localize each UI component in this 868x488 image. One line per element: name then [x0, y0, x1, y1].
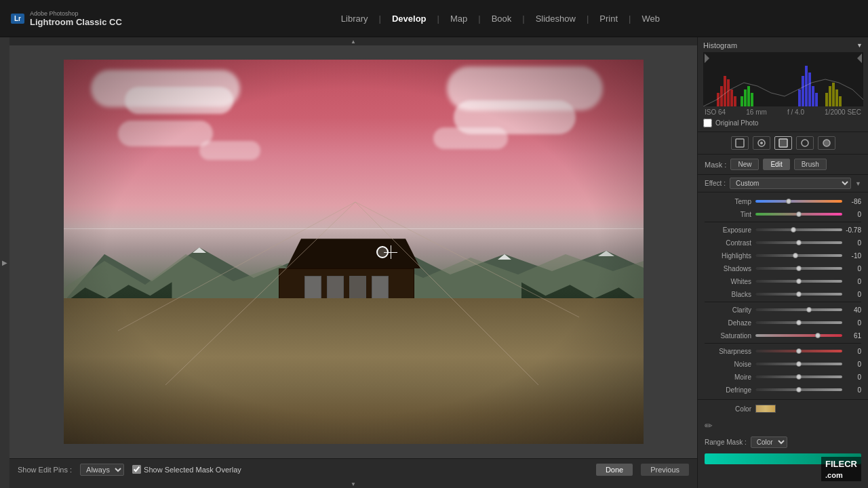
whites-row: Whites 0 [705, 275, 861, 287]
contrast-row: Contrast 0 [705, 237, 861, 249]
temp-slider[interactable] [755, 200, 842, 203]
pencil-icon[interactable]: ✏ [705, 420, 713, 431]
histogram-title: Histogram [703, 41, 737, 49]
svg-rect-30 [839, 96, 842, 106]
previous-button[interactable]: Previous [641, 464, 689, 476]
highlights-track [755, 254, 842, 257]
saturation-value: 61 [842, 332, 861, 340]
histogram-dropdown-icon[interactable]: ▼ [856, 42, 863, 49]
clarity-track [755, 308, 842, 311]
tint-thumb[interactable] [796, 211, 802, 217]
dehaze-slider[interactable] [755, 321, 842, 324]
histogram-canvas [703, 52, 863, 106]
blacks-row: Blacks 0 [705, 288, 861, 300]
moire-value: 0 [842, 373, 861, 381]
highlights-value: -10 [842, 252, 861, 260]
range-mask-select[interactable]: Color [751, 436, 787, 448]
svg-rect-19 [751, 93, 753, 106]
view-before-after-side-icon[interactable] [774, 136, 792, 150]
nav-map[interactable]: Map [443, 11, 474, 26]
saturation-thumb[interactable] [815, 333, 821, 338]
image-canvas[interactable] [9, 45, 697, 458]
top-collapse-icon[interactable]: ▲ [351, 39, 356, 45]
shadows-slider[interactable] [755, 267, 842, 270]
mask-new-button[interactable]: New [730, 159, 759, 170]
svg-rect-25 [815, 93, 818, 106]
nav-library[interactable]: Library [334, 11, 375, 26]
photo-container [64, 60, 644, 444]
effect-row: Effect : Custom ▼ [698, 175, 868, 192]
color-swatch[interactable] [755, 405, 776, 413]
sharpness-thumb[interactable] [796, 348, 802, 354]
svg-rect-12 [724, 76, 726, 106]
nav-slideshow[interactable]: Slideshow [529, 11, 583, 26]
mask-edit-button[interactable]: Edit [763, 159, 789, 170]
adjustments-section: Temp -86 Tint 0 Exposure [698, 192, 868, 399]
pencil-area: ✏ [698, 418, 868, 434]
noise-thumb[interactable] [796, 361, 802, 367]
sharpness-label: Sharpness [705, 348, 755, 355]
view-survey-icon[interactable] [796, 136, 814, 150]
noise-slider[interactable] [755, 363, 842, 365]
temp-thumb[interactable] [786, 199, 791, 204]
nav-book[interactable]: Book [485, 11, 519, 26]
tint-row: Tint 0 [705, 208, 861, 220]
highlights-slider[interactable] [755, 254, 842, 257]
contrast-slider[interactable] [755, 241, 842, 244]
left-panel-arrow-icon: ▶ [2, 259, 7, 266]
tint-label: Tint [705, 211, 755, 218]
nav-develop[interactable]: Develop [385, 11, 433, 26]
ground-foreground [64, 298, 644, 444]
blacks-thumb[interactable] [796, 291, 802, 297]
blacks-slider[interactable] [755, 293, 842, 296]
done-button[interactable]: Done [596, 464, 633, 476]
original-photo-checkbox[interactable] [703, 119, 712, 127]
shadows-label: Shadows [705, 265, 755, 272]
top-bar: Lr Adobe Photoshop Lightroom Classic CC … [0, 0, 868, 37]
range-mask-label: Range Mask : [705, 439, 747, 446]
tint-slider[interactable] [755, 213, 842, 216]
whites-thumb[interactable] [796, 279, 802, 284]
highlights-thumb[interactable] [793, 253, 798, 258]
shadows-thumb[interactable] [796, 266, 802, 271]
bottom-collapse-area[interactable]: ▼ [9, 480, 697, 488]
temp-row: Temp -86 [705, 195, 861, 207]
svg-rect-23 [808, 73, 811, 106]
top-toolbar-area: ▲ [9, 37, 697, 45]
dehaze-thumb[interactable] [796, 320, 802, 325]
view-before-after-top-icon[interactable] [753, 136, 770, 150]
contrast-thumb[interactable] [796, 240, 802, 245]
edit-pins-select[interactable]: Always [80, 464, 124, 476]
effect-dropdown-icon[interactable]: ▼ [855, 180, 861, 187]
saturation-slider[interactable] [755, 334, 842, 337]
view-compare-icon[interactable] [818, 136, 835, 150]
effect-select[interactable]: Custom [730, 178, 851, 189]
main-layout: ▶ ▲ [0, 37, 868, 488]
svg-rect-29 [835, 89, 838, 106]
left-panel-toggle[interactable]: ▶ [0, 37, 9, 488]
exposure-thumb[interactable] [791, 227, 796, 232]
exposure-slider[interactable] [755, 228, 842, 231]
clarity-slider[interactable] [755, 308, 842, 311]
whites-slider[interactable] [755, 280, 842, 283]
moire-slider[interactable] [755, 375, 842, 378]
defringe-slider[interactable] [755, 388, 842, 391]
svg-rect-26 [825, 93, 828, 106]
contrast-value: 0 [842, 239, 861, 247]
clarity-thumb[interactable] [806, 307, 812, 312]
nav-print[interactable]: Print [593, 11, 625, 26]
defringe-thumb[interactable] [796, 387, 802, 392]
mask-crosshair [384, 245, 397, 259]
cloud-5 [118, 121, 213, 146]
clarity-label: Clarity [705, 306, 755, 314]
view-loupe-icon[interactable] [731, 136, 749, 150]
noise-label: Noise [705, 361, 755, 368]
svg-rect-27 [829, 86, 831, 106]
mask-brush-button[interactable]: Brush [794, 159, 827, 170]
moire-thumb[interactable] [796, 374, 802, 380]
nav-web[interactable]: Web [635, 11, 667, 26]
sharpness-value: 0 [842, 348, 861, 355]
show-mask-checkbox[interactable] [132, 465, 141, 474]
sharpness-slider[interactable] [755, 350, 842, 352]
original-photo-row: Original Photo [703, 119, 863, 127]
